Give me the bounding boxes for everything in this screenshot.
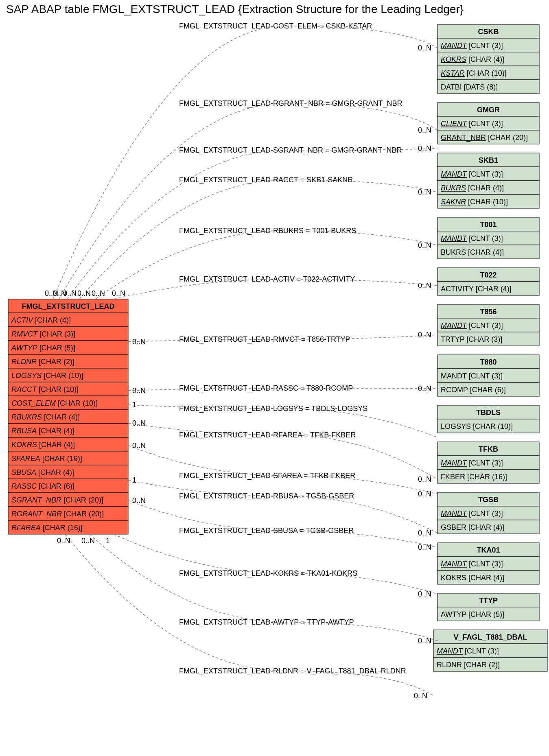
cardinality-dst: 0..N <box>418 529 431 537</box>
ref-table-tka01-field: KOKRS [CHAR (4)] <box>441 574 504 582</box>
cardinality-dst: 0..N <box>418 188 431 196</box>
relation-label: FMGL_EXTSTRUCT_LEAD-SBUSA = TGSB-GSBER <box>179 527 354 535</box>
ref-table-v_fagl_t881_dbal-field: MANDT [CLNT (3)] <box>437 647 499 655</box>
main-table-field: AWTYP [CHAR (5)] <box>11 344 75 352</box>
cardinality-src: 1 <box>106 537 110 545</box>
ref-table-tfkb-field: FKBER [CHAR (16)] <box>441 473 507 481</box>
relation-label: FMGL_EXTSTRUCT_LEAD-KOKRS = TKA01-KOKRS <box>179 569 357 578</box>
cardinality-dst: 0..N <box>418 543 431 551</box>
ref-table-t022: T022ACTIVITY [CHAR (4)] <box>437 268 539 295</box>
relation-label: FMGL_EXTSTRUCT_LEAD-RACCT = SKB1-SAKNR <box>179 176 353 184</box>
main-table-field: ACTIV [CHAR (4)] <box>11 316 71 324</box>
ref-table-gmgr-field: CLIENT [CLNT (3)] <box>441 120 503 128</box>
cardinality-src: 0..N <box>112 289 125 297</box>
ref-table-t001-header: T001 <box>480 221 497 229</box>
ref-table-ttyp: TTYPAWTYP [CHAR (5)] <box>437 593 539 621</box>
cardinality-src: 0..N <box>132 338 146 346</box>
relation-edge <box>96 231 437 299</box>
ref-table-gmgr: GMGRCLIENT [CLNT (3)]GRANT_NBR [CHAR (20… <box>437 103 539 144</box>
ref-table-tbdls-field: LOGSYS [CHAR (10)] <box>441 422 513 430</box>
cardinality-src: 0..N <box>81 537 95 545</box>
ref-table-t856-header: T856 <box>480 308 497 316</box>
relation-label: FMGL_EXTSTRUCT_LEAD-COST_ELEM = CSKB-KST… <box>179 22 372 31</box>
ref-table-t022-field: ACTIVITY [CHAR (4)] <box>441 285 512 293</box>
cardinality-dst: 0..N <box>418 126 431 134</box>
ref-table-gmgr-field: GRANT_NBR [CHAR (20)] <box>441 133 528 142</box>
main-table-field: SBUSA [CHAR (4)] <box>11 468 74 476</box>
ref-table-skb1-field: MANDT [CLNT (3)] <box>441 170 503 178</box>
ref-table-gmgr-header: GMGR <box>477 106 500 114</box>
relation-label: FMGL_EXTSTRUCT_LEAD-RBUKRS = T001-BUKRS <box>179 227 356 235</box>
ref-table-cskb-field: KSTAR [CHAR (10)] <box>441 69 507 77</box>
relation-label: FMGL_EXTSTRUCT_LEAD-RBUSA = TGSB-GSBER <box>179 492 354 500</box>
relation-edge <box>59 103 437 299</box>
er-diagram: SAP ABAP table FMGL_EXTSTRUCT_LEAD {Extr… <box>0 0 549 756</box>
cardinality-src: 0..N <box>132 441 146 450</box>
cardinality-src: 1 <box>132 476 136 484</box>
ref-table-v_fagl_t881_dbal: V_FAGL_T881_DBALMANDT [CLNT (3)]RLDNR [C… <box>433 630 547 671</box>
main-table-field: RGRANT_NBR [CHAR (20)] <box>11 510 104 518</box>
ref-table-tgsb-field: GSBER [CHAR (4)] <box>441 523 504 531</box>
cardinality-dst: 0..N <box>414 692 427 700</box>
cardinality-src: 0..N <box>132 419 146 427</box>
cardinality-src: 0..N <box>132 496 146 505</box>
ref-table-tka01-header: TKA01 <box>477 546 500 554</box>
page-title: SAP ABAP table FMGL_EXTSTRUCT_LEAD {Extr… <box>6 3 464 15</box>
ref-table-skb1-field: BUKRS [CHAR (4)] <box>441 184 504 192</box>
ref-table-t856: T856MANDT [CLNT (3)]TRTYP [CHAR (3)] <box>437 304 539 346</box>
main-table-field: RBUSA [CHAR (4)] <box>11 427 74 435</box>
ref-table-t001: T001MANDT [CLNT (3)]BUKRS [CHAR (4)] <box>437 217 539 259</box>
ref-table-tgsb-header: TGSB <box>478 496 499 504</box>
main-table-field: SGRANT_NBR [CHAR (20)] <box>11 496 103 504</box>
relation-label: FMGL_EXTSTRUCT_LEAD-AWTYP = TTYP-AWTYP <box>179 618 354 627</box>
cardinality-dst: 0..N <box>418 241 431 249</box>
main-table-field: COST_ELEM [CHAR (10)] <box>11 399 98 407</box>
ref-table-v_fagl_t881_dbal-header: V_FAGL_T881_DBAL <box>453 633 527 641</box>
ref-table-tgsb-field: MANDT [CLNT (3)] <box>441 509 503 518</box>
relation-edge <box>128 446 437 494</box>
ref-table-cskb-field: MANDT [CLNT (3)] <box>441 42 503 50</box>
ref-table-tfkb: TFKBMANDT [CLNT (3)]FKBER [CHAR (16)] <box>437 442 539 483</box>
ref-table-t880-field: RCOMP [CHAR (6)] <box>441 386 506 394</box>
ref-table-tka01: TKA01MANDT [CLNT (3)]KOKRS [CHAR (4)] <box>437 543 539 584</box>
cardinality-dst: 0..N <box>418 331 431 339</box>
ref-table-t880: T880MANDT [CLNT (3)]RCOMP [CHAR (6)] <box>437 355 539 396</box>
ref-table-t001-field: BUKRS [CHAR (4)] <box>441 248 504 256</box>
ref-table-skb1-header: SKB1 <box>479 156 498 164</box>
cardinality-src: 0..N <box>132 387 146 395</box>
ref-table-cskb-header: CSKB <box>478 28 499 36</box>
ref-table-tfkb-header: TFKB <box>479 445 498 453</box>
ref-table-tfkb-field: MANDT [CLNT (3)] <box>441 459 503 467</box>
main-table-field: RBUKRS [CHAR (4)] <box>11 413 80 421</box>
main-table-field: KOKRS [CHAR (4)] <box>11 441 75 449</box>
relation-label: FMGL_EXTSTRUCT_LEAD-SFAREA = TFKB-FKBER <box>179 472 355 480</box>
cardinality-dst: 0..N <box>418 44 431 52</box>
relation-edge <box>53 26 437 299</box>
ref-table-cskb-field: KOKRS [CHAR (4)] <box>441 55 504 63</box>
main-table-field: RMVCT [CHAR (3)] <box>11 330 75 338</box>
cardinality-dst: 0..N <box>418 490 431 498</box>
ref-table-cskb: CSKBMANDT [CLNT (3)]KOKRS [CHAR (4)]KSTA… <box>437 24 539 94</box>
ref-table-skb1: SKB1MANDT [CLNT (3)]BUKRS [CHAR (4)]SAKN… <box>437 153 539 208</box>
relation-label: FMGL_EXTSTRUCT_LEAD-RGRANT_NBR = GMGR-GR… <box>179 99 402 108</box>
main-table-field: SFAREA [CHAR (16)] <box>11 454 82 463</box>
main-table-field: RLDNR [CHAR (2)] <box>11 358 74 366</box>
ref-table-t022-header: T022 <box>480 271 497 279</box>
ref-table-tbdls-header: TBDLS <box>476 409 501 417</box>
cardinality-src: 1 <box>132 401 136 409</box>
ref-table-cskb-field: DATBI [DATS (8)] <box>441 83 498 91</box>
ref-table-t880-field: MANDT [CLNT (3)] <box>441 372 503 380</box>
main-table-header: FMGL_EXTSTRUCT_LEAD <box>22 302 114 310</box>
relation-edge <box>128 480 437 533</box>
relation-edge <box>114 534 437 594</box>
main-table-field: RASSC [CHAR (6)] <box>11 482 74 490</box>
cardinality-src: 0..N <box>57 537 70 545</box>
cardinality-dst: 0..N <box>418 385 431 393</box>
ref-table-tgsb: TGSBMANDT [CLNT (3)]GSBER [CHAR (4)] <box>437 492 539 534</box>
ref-table-tbdls: TBDLSLOGSYS [CHAR (10)] <box>437 405 539 433</box>
main-table-field: RFAREA [CHAR (16)] <box>11 524 83 532</box>
ref-table-ttyp-header: TTYP <box>479 596 498 605</box>
ref-table-t856-field: MANDT [CLNT (3)] <box>441 321 503 330</box>
cardinality-dst: 0..N <box>418 282 431 290</box>
main-table-field: RACCT [CHAR (10)] <box>11 385 79 393</box>
